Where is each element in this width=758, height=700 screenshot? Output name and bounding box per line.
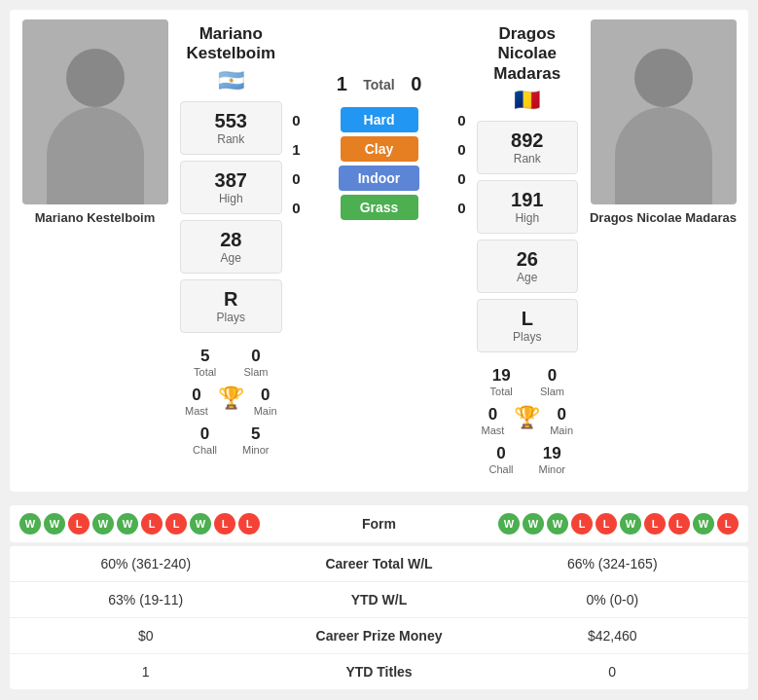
player2-slam-stat: 0 Slam: [540, 366, 564, 397]
form-badge: L: [717, 513, 739, 534]
p2-clay-score: 0: [452, 141, 472, 158]
player1-plays-box: R Plays: [180, 279, 282, 333]
player2-minor-val: 19: [543, 444, 561, 463]
player2-main-val: 0: [557, 405, 565, 424]
player1-slam-label: Slam: [243, 366, 268, 378]
total-row: 1 Total 0: [332, 73, 425, 95]
player2-slam-label: Slam: [540, 386, 564, 397]
surface-row-clay: 1 Clay 0: [282, 136, 477, 162]
player2-age-label: Age: [484, 271, 572, 284]
player2-bottom-stats: 19 Total 0 Slam 0 Mast 🏆 0: [477, 364, 579, 477]
total-label: Total: [363, 77, 394, 92]
stats-table-row: 60% (361-240)Career Total W/L66% (324-16…: [10, 546, 748, 582]
player1-chall-label: Chall: [193, 444, 217, 456]
surface-row-hard: 0 Hard 0: [282, 107, 477, 132]
player2-total-val: 19: [492, 366, 511, 386]
player1-total-val: 5: [200, 347, 209, 366]
form-badge: L: [165, 513, 187, 534]
stats-table: 60% (361-240)Career Total W/L66% (324-16…: [10, 546, 748, 689]
form-badge: W: [19, 513, 41, 534]
player2-minor-stat: 19 Minor: [539, 444, 566, 475]
player2-chall-stat: 0 Chall: [488, 444, 513, 475]
player1-age-box: 28 Age: [180, 220, 282, 274]
p2-grass-score: 0: [452, 200, 472, 216]
player1-main-label: Main: [254, 405, 277, 417]
player1-rank-box: 553 Rank: [180, 101, 282, 155]
player1-stats-row1: 5 Total 0 Slam: [180, 345, 282, 380]
form-badge: L: [596, 513, 617, 534]
form-badge: W: [117, 513, 138, 534]
form-badge: L: [141, 513, 162, 534]
player2-rank-value: 892: [484, 129, 572, 152]
form-badge: W: [92, 513, 114, 534]
stats-right: 0: [477, 664, 749, 680]
p2-indoor-score: 0: [451, 170, 471, 187]
player1-slam-val: 0: [251, 347, 260, 366]
player1-rank-label: Rank: [187, 132, 275, 146]
p1-hard-score: 0: [287, 112, 307, 129]
form-badge: L: [571, 513, 593, 534]
player1-high-box: 387 High: [180, 161, 282, 214]
player2-plays-box: L Plays: [477, 299, 579, 352]
stats-center: Career Total W/L: [282, 556, 477, 571]
stats-table-row: $0Career Prize Money$42,460: [10, 618, 748, 654]
form-badge: L: [238, 513, 260, 534]
player2-age-box: 26 Age: [477, 239, 579, 293]
player1-main-val: 0: [261, 386, 270, 405]
surface-hard-btn[interactable]: Hard: [341, 107, 418, 132]
form-badge: W: [498, 513, 520, 534]
player1-age-label: Age: [187, 251, 275, 265]
stats-table-row: 63% (19-11)YTD W/L0% (0-0): [10, 582, 748, 618]
player-comparison-card: Mariano Kestelboim Mariano Kestelboim 🇦🇷…: [10, 10, 748, 492]
player2-high-label: High: [484, 211, 572, 225]
player1-plays-value: R: [187, 288, 275, 311]
stats-center: YTD Titles: [282, 664, 477, 680]
player1-high-label: High: [187, 192, 275, 205]
player2-main-label: Main: [550, 424, 573, 436]
form-badge: L: [644, 513, 666, 534]
player1-trophy-icon: 🏆: [218, 386, 244, 417]
player2-avatar-head: [634, 49, 693, 107]
p1-clay-score: 1: [287, 141, 307, 158]
player1-minor-label: Minor: [242, 444, 270, 456]
player1-avatar: [22, 19, 168, 204]
player2-total-stat: 19 Total: [490, 366, 513, 397]
stats-left: 60% (361-240): [10, 556, 282, 571]
player2-chall-label: Chall: [488, 463, 513, 475]
form-badge: W: [44, 513, 65, 534]
middle-col: 1 Total 0 0 Hard 0 1 Clay 0: [282, 19, 477, 482]
player2-flag: 🇷🇴: [514, 88, 540, 113]
form-badge: W: [693, 513, 714, 534]
player1-mast-label: Mast: [185, 405, 208, 417]
player1-total-stat: 5 Total: [194, 347, 216, 378]
stats-left: $0: [10, 628, 282, 644]
form-badge: W: [620, 513, 641, 534]
player1-name-top: Mariano Kestelboim: [186, 24, 275, 64]
p2-total-score: 0: [407, 73, 426, 95]
surface-clay-btn[interactable]: Clay: [341, 136, 418, 162]
player2-mast-stat: 0 Mast: [481, 405, 504, 436]
player2-rank-box: 892 Rank: [477, 121, 579, 174]
surface-indoor-btn[interactable]: Indoor: [339, 166, 420, 191]
p1-total-score: 1: [332, 73, 351, 95]
player2-total-label: Total: [490, 386, 513, 397]
stats-right: 0% (0-0): [477, 592, 749, 608]
player1-stats-row2: 0 Mast 🏆 0 Main: [180, 384, 282, 419]
player1-high-value: 387: [187, 169, 275, 192]
form-badge: W: [523, 513, 544, 534]
player2-form-badges: WWWLLWLLWL: [498, 513, 739, 534]
player2-main-stat: 0 Main: [550, 405, 573, 436]
stats-center: YTD W/L: [282, 592, 477, 608]
player1-stats-row3: 0 Chall 5 Minor: [180, 423, 282, 458]
player1-minor-val: 5: [251, 424, 260, 444]
player2-stats-col: Dragos Nicolae Madaras 🇷🇴 892 Rank 191 H…: [477, 19, 579, 482]
player2-name-top: Dragos Nicolae Madaras: [477, 24, 579, 84]
player1-chall-val: 0: [200, 424, 209, 444]
player1-photo-col: Mariano Kestelboim: [10, 19, 180, 482]
player1-chall-stat: 0 Chall: [193, 424, 217, 456]
p2-hard-score: 0: [452, 112, 472, 129]
surface-grass-btn[interactable]: Grass: [341, 195, 418, 220]
player2-avatar-body: [615, 107, 712, 204]
player2-mast-val: 0: [488, 405, 497, 424]
player1-minor-stat: 5 Minor: [242, 424, 270, 456]
